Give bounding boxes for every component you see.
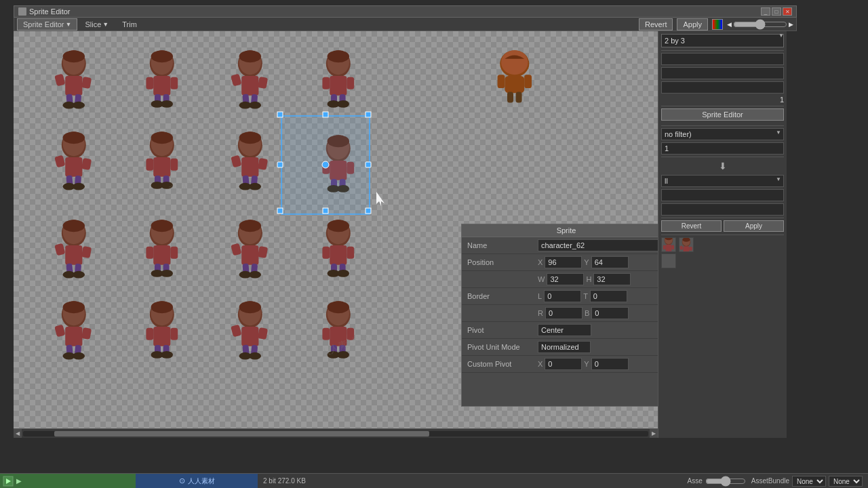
svg-point-11 (22, 31, 34, 44)
right-inspector-panel: 2 by 3 ▼ 1 Sprite Editor no fil (658, 31, 787, 438)
tab-sprite-editor[interactable]: Sprite Editor ▼ (17, 18, 77, 30)
svg-rect-13 (23, 45, 33, 56)
sprite-editor-button[interactable]: Sprite Editor (661, 108, 784, 121)
divider-2 (661, 106, 784, 106)
t-input[interactable] (590, 290, 627, 302)
h-input[interactable] (593, 273, 631, 285)
svg-rect-16 (24, 55, 28, 61)
bottom-green-area: ▶ (0, 474, 136, 489)
title-bar: Sprite Editor _ □ ✕ (14, 5, 797, 18)
close-button[interactable]: ✕ (783, 7, 792, 16)
name-input[interactable] (538, 239, 665, 251)
bottom-blue-area: ⊙ 人人素材 (136, 474, 258, 489)
right-field-5-row (661, 189, 784, 201)
minimize-button[interactable]: _ (761, 7, 770, 16)
pivot-unit-select[interactable]: Normalized Pixels (538, 341, 591, 353)
svg-point-21 (20, 31, 35, 44)
title-bar-icon (18, 7, 26, 16)
right-field-2-row (661, 67, 784, 79)
b-input[interactable] (591, 307, 629, 319)
svg-point-2 (22, 31, 34, 37)
asset-bundle-label: AssetBundle (751, 477, 789, 485)
tab-slice[interactable]: Slice ▼ (79, 18, 115, 30)
name-label: Name (467, 241, 535, 249)
svg-rect-17 (28, 55, 33, 61)
rb-coords: R B (538, 307, 665, 319)
svg-rect-5 (33, 45, 37, 52)
zoom-slider-container: ◀ ▶ (727, 20, 793, 28)
svg-rect-31 (277, 162, 283, 167)
filter-dropdown[interactable]: no filter) (661, 128, 784, 140)
sprite-rb-row: R B (462, 305, 671, 322)
w-input[interactable] (547, 273, 584, 285)
custom-pivot-coords: X Y (538, 358, 665, 370)
scroll-thumb[interactable] (54, 431, 429, 436)
scroll-right-button[interactable]: ▶ (650, 429, 658, 439)
l-input[interactable] (544, 290, 581, 302)
apply-button[interactable]: Apply (677, 18, 708, 30)
rgb-box (712, 19, 723, 30)
revert-button[interactable]: Revert (639, 18, 673, 30)
right-field-1[interactable] (661, 53, 784, 65)
svg-point-0 (21, 31, 35, 45)
r-label: R (538, 309, 543, 317)
sprite-wh-row: W H (462, 271, 671, 288)
title-bar-title: Sprite Editor (29, 7, 761, 16)
asse-slider[interactable] (705, 478, 746, 485)
right-apply-button[interactable]: Apply (724, 220, 784, 232)
svg-rect-26 (28, 54, 32, 60)
blue-label: 人人素材 (188, 476, 215, 486)
svg-point-36 (322, 161, 329, 168)
right-revert-button[interactable]: Revert (661, 220, 722, 232)
h-label: H (586, 275, 591, 283)
maximize-button[interactable]: □ (772, 7, 781, 16)
horizontal-scrollbar[interactable]: ◀ ▶ (14, 428, 658, 438)
right-field-3[interactable] (661, 81, 784, 94)
pivot-label: Pivot (467, 326, 535, 334)
svg-text:人人素材社区: 人人素材社区 (82, 336, 139, 365)
l-label: L (538, 292, 542, 300)
grid-selector-dropdown[interactable]: 2 by 3 (661, 34, 784, 47)
upload-icon[interactable]: ⬇ (716, 159, 730, 173)
sprite-panel-header: Sprite (462, 224, 671, 237)
grid-selector-row: 2 by 3 ▼ (661, 34, 784, 47)
position-label: Position (467, 258, 535, 266)
pivot-unit-select-wrapper: Normalized Pixels (538, 341, 665, 353)
svg-marker-42 (376, 192, 384, 341)
sprite-pivot-unit-row: Pivot Unit Mode Normalized Pixels (462, 339, 671, 356)
right-field-6[interactable] (661, 203, 784, 216)
rgb-toggle[interactable] (712, 19, 723, 30)
tab-trim[interactable]: Trim (116, 18, 143, 30)
ll-dropdown[interactable]: ll (661, 175, 784, 187)
svg-rect-28 (277, 112, 283, 117)
sprite-info-panel: Sprite Name Position X Y W H (461, 224, 671, 407)
thumb-item-1[interactable] (661, 237, 784, 252)
cx-input[interactable] (545, 358, 582, 370)
svg-point-18 (22, 59, 28, 63)
asset-bundle-select-2[interactable]: None (829, 476, 863, 487)
right-field-2[interactable] (661, 67, 784, 79)
asset-bundle-select[interactable]: None (792, 476, 826, 487)
b-label: B (585, 309, 589, 317)
thumb-item-2[interactable] (661, 253, 784, 268)
t-label: T (583, 292, 588, 300)
y-label: Y (584, 258, 589, 266)
right-field-1-row (661, 53, 784, 65)
x-input[interactable] (545, 256, 582, 268)
pivot-select[interactable]: Center Top Left Bottom Left Custom (538, 324, 591, 336)
y-input[interactable] (591, 256, 629, 268)
r-input[interactable] (545, 307, 583, 319)
right-field-5[interactable] (661, 189, 784, 201)
divider-1 (661, 50, 784, 51)
title-bar-controls: _ □ ✕ (761, 7, 792, 16)
right-field-4-row (661, 142, 784, 155)
scroll-left-button[interactable]: ◀ (14, 429, 22, 439)
upload-icon-area: ⬇ (661, 159, 784, 173)
pivot-select-wrapper: Center Top Left Bottom Left Custom (538, 324, 665, 336)
right-field-4[interactable] (661, 142, 784, 155)
cy-input[interactable] (591, 358, 629, 370)
right-value-row: 1 (661, 96, 784, 104)
svg-point-9 (27, 58, 34, 62)
svg-rect-6 (24, 55, 27, 60)
zoom-slider[interactable] (733, 20, 787, 28)
